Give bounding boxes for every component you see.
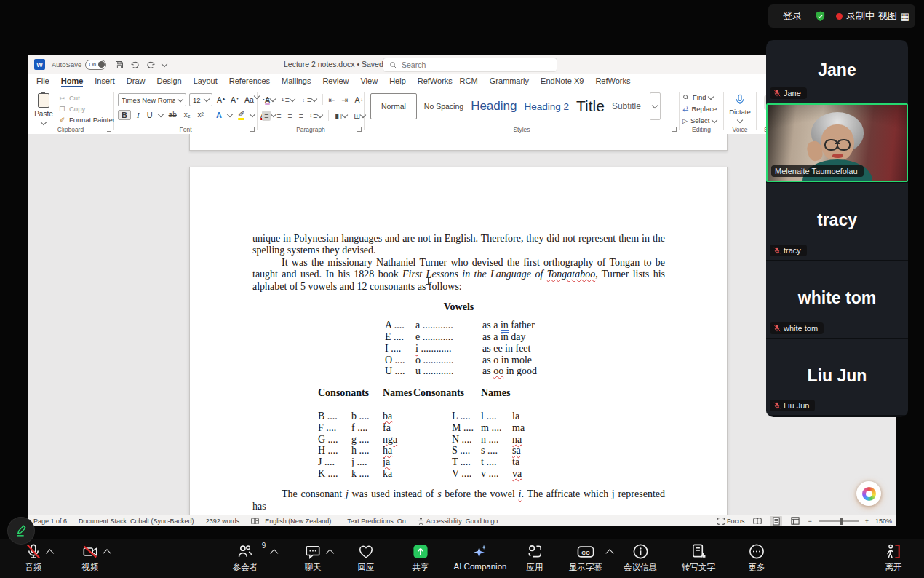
- decrease-indent-button[interactable]: ⇤: [328, 95, 336, 105]
- font-size-combo[interactable]: 12: [189, 93, 212, 106]
- word-count[interactable]: 2392 words: [206, 518, 240, 525]
- undo-icon[interactable]: [130, 60, 140, 69]
- audio-options-chevron-icon[interactable]: [46, 549, 54, 557]
- clipboard-dialog-launcher-icon[interactable]: [107, 127, 111, 132]
- paste-button[interactable]: Paste: [33, 93, 55, 126]
- accessibility-status[interactable]: Accessibility: Good to go: [418, 518, 498, 525]
- share-screen-button[interactable]: 共享: [413, 542, 429, 573]
- more-button[interactable]: 更多: [749, 542, 765, 573]
- tab-review[interactable]: Review: [322, 74, 349, 85]
- zoom-out-button[interactable]: −: [808, 518, 811, 525]
- participant-tile-liu-jun[interactable]: Liu Jun Liu Jun: [766, 339, 908, 415]
- text-effects-chevron-icon[interactable]: [227, 111, 233, 116]
- highlight-button[interactable]: ✐: [236, 110, 246, 119]
- copilot-floating-button[interactable]: [856, 481, 881, 506]
- shrink-font-button[interactable]: A▾: [229, 95, 240, 105]
- tab-view[interactable]: View: [360, 74, 378, 85]
- participant-tile-tracy[interactable]: tracy tracy: [766, 183, 908, 260]
- page-2[interactable]: unique in Polynesian languages and are n…: [189, 167, 728, 515]
- participant-tile-white-tom[interactable]: white tom white tom: [766, 261, 908, 338]
- annotation-pencil-button[interactable]: [8, 518, 34, 544]
- participants-options-chevron-icon[interactable]: [270, 549, 278, 557]
- login-button[interactable]: 登录: [783, 9, 802, 23]
- text-effects-button[interactable]: A: [215, 111, 223, 119]
- text-predictions-indicator[interactable]: Text Predictions: On: [347, 518, 406, 525]
- style-heading2[interactable]: Heading 2: [524, 101, 569, 112]
- highlight-chevron-icon[interactable]: [250, 111, 255, 116]
- tab-refworks-rcm[interactable]: RefWorks - RCM: [418, 74, 478, 85]
- zoom-slider-thumb[interactable]: [840, 518, 843, 525]
- numbering-button[interactable]: 1≡: [281, 95, 295, 105]
- chat-options-chevron-icon[interactable]: [326, 549, 334, 557]
- underline-chevron-icon[interactable]: [157, 111, 163, 116]
- meeting-info-button[interactable]: 会议信息: [624, 542, 657, 573]
- tab-layout[interactable]: Layout: [194, 74, 218, 85]
- font-dialog-launcher-icon[interactable]: [250, 127, 255, 132]
- bullets-button[interactable]: •≡: [262, 95, 276, 105]
- superscript-button[interactable]: x²: [196, 111, 205, 119]
- bold-button[interactable]: B: [118, 110, 131, 120]
- video-button[interactable]: 视频: [81, 542, 99, 573]
- document-title[interactable]: Lecture 2 notes.docx • Saved: [284, 60, 391, 68]
- focus-mode-button[interactable]: Focus: [717, 518, 745, 525]
- line-spacing-button[interactable]: ↕≡: [309, 111, 324, 121]
- style-subtitle[interactable]: Subtitle: [612, 101, 641, 111]
- style-heading1[interactable]: Heading: [471, 99, 517, 114]
- align-left-button[interactable]: ≡: [262, 111, 271, 121]
- zoom-level[interactable]: 150%: [875, 518, 892, 525]
- tab-file[interactable]: File: [36, 74, 49, 85]
- select-button[interactable]: ▷ Select: [682, 116, 717, 124]
- reactions-button[interactable]: 回应: [358, 542, 375, 573]
- paragraph-dialog-launcher-icon[interactable]: [357, 127, 362, 132]
- tab-insert[interactable]: Insert: [95, 74, 115, 85]
- tab-home[interactable]: Home: [61, 74, 84, 87]
- print-layout-button[interactable]: [770, 516, 782, 526]
- paste-chevron-icon[interactable]: [41, 119, 47, 125]
- copy-button[interactable]: ❐Copy: [58, 105, 115, 113]
- captions-button[interactable]: CC 显示字幕: [569, 542, 602, 573]
- tab-draw[interactable]: Draw: [127, 74, 146, 85]
- find-button[interactable]: Find: [682, 93, 713, 101]
- italic-button[interactable]: I: [135, 111, 141, 119]
- replace-button[interactable]: ⇄ Replace: [682, 105, 717, 113]
- cut-button[interactable]: ✂Cut: [58, 94, 115, 102]
- zoom-in-button[interactable]: +: [865, 518, 869, 525]
- format-painter-button[interactable]: ✐Format Painter: [58, 116, 115, 124]
- language-indicator[interactable]: English (New Zealand): [265, 518, 331, 525]
- tab-grammarly[interactable]: Grammarly: [490, 74, 529, 85]
- increase-indent-button[interactable]: ⇥: [341, 95, 349, 105]
- tab-mailings[interactable]: Mailings: [282, 74, 311, 85]
- subscript-button[interactable]: x₂: [183, 111, 192, 119]
- read-mode-button[interactable]: [751, 516, 763, 526]
- justify-button[interactable]: ≡: [298, 111, 303, 121]
- tab-help[interactable]: Help: [389, 74, 406, 85]
- view-button[interactable]: 视图 ▦: [878, 9, 909, 23]
- sort-button[interactable]: A↓: [354, 95, 364, 105]
- document-stack-indicator[interactable]: Document Stack: Cobalt (Sync-Backed): [79, 518, 194, 525]
- style-title[interactable]: Title: [576, 98, 605, 115]
- ai-companion-button[interactable]: AI Companion: [454, 542, 507, 571]
- multilevel-list-button[interactable]: ⋮≡: [300, 95, 317, 105]
- strikethrough-button[interactable]: ab: [167, 111, 178, 119]
- tab-refworks[interactable]: RefWorks: [595, 74, 630, 85]
- styles-dialog-launcher-icon[interactable]: [672, 127, 677, 132]
- leave-button[interactable]: 离开: [885, 542, 903, 573]
- customize-qat-icon[interactable]: [162, 60, 167, 66]
- shading-button[interactable]: ◧: [334, 111, 348, 121]
- tab-references[interactable]: References: [229, 74, 270, 85]
- transcript-button[interactable]: 转写文字: [682, 542, 715, 573]
- participants-button[interactable]: 9 参会者: [233, 542, 258, 573]
- font-name-combo[interactable]: Times New Roman: [118, 93, 186, 106]
- save-icon[interactable]: [115, 60, 124, 69]
- style-no-spacing[interactable]: No Spacing: [424, 102, 463, 111]
- tab-endnote[interactable]: EndNote X9: [541, 74, 584, 85]
- zoom-slider[interactable]: [819, 520, 859, 522]
- tab-design[interactable]: Design: [156, 74, 181, 85]
- dictate-button[interactable]: Dictate: [724, 90, 756, 124]
- style-normal[interactable]: Normal: [370, 93, 417, 119]
- autosave-toggle[interactable]: On: [85, 60, 106, 70]
- proofing-status[interactable]: [251, 518, 259, 525]
- align-right-button[interactable]: ≡: [287, 111, 292, 121]
- video-options-chevron-icon[interactable]: [103, 549, 111, 557]
- styles-more-button[interactable]: [650, 92, 661, 120]
